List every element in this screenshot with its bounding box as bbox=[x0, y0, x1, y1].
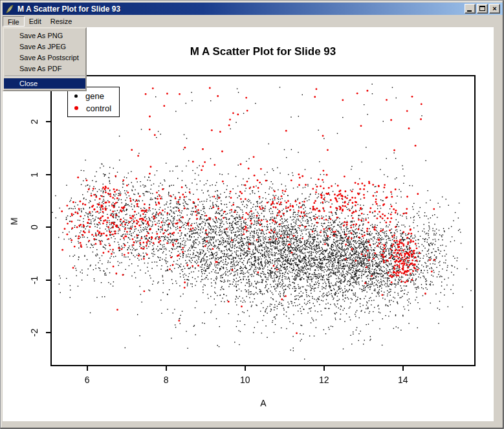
window-title: M A Scatter Plot for Slide 93 bbox=[17, 5, 120, 14]
y-axis-label: M bbox=[9, 217, 19, 225]
menu-item-save-as-pdf[interactable]: Save As PDF bbox=[4, 63, 85, 74]
app-window: M A Scatter Plot for Slide 93 × File Edi… bbox=[0, 0, 504, 429]
legend-label-control: control bbox=[86, 104, 111, 113]
legend-entry-gene: gene bbox=[74, 91, 119, 101]
menu-resize[interactable]: Resize bbox=[46, 16, 77, 27]
y-tick-label: 0 bbox=[28, 221, 40, 233]
x-tick-label: 12 bbox=[311, 375, 337, 385]
chart-legend: gene control bbox=[67, 87, 120, 117]
menu-item-save-as-png[interactable]: Save As PNG bbox=[4, 30, 85, 41]
y-tick-mark bbox=[46, 332, 50, 333]
x-tick-mark bbox=[245, 366, 246, 371]
menu-file[interactable]: File bbox=[3, 16, 25, 27]
legend-entry-control: control bbox=[74, 103, 119, 113]
x-tick-mark bbox=[402, 366, 404, 371]
x-tick-label: 10 bbox=[232, 375, 258, 385]
close-icon: × bbox=[490, 5, 499, 13]
x-tick-label: 14 bbox=[390, 375, 416, 385]
close-button[interactable]: × bbox=[489, 4, 500, 14]
maximize-icon bbox=[479, 6, 485, 11]
y-tick-label: 1 bbox=[28, 169, 40, 181]
chart-title: M A Scatter Plot for Slide 93 bbox=[50, 45, 476, 58]
menu-item-close[interactable]: Close bbox=[4, 78, 85, 89]
y-tick-label: -1 bbox=[28, 274, 40, 286]
minimize-icon bbox=[467, 10, 472, 12]
x-axis-label: A bbox=[257, 398, 269, 408]
y-tick-mark bbox=[46, 226, 50, 228]
x-tick-label: 6 bbox=[74, 375, 100, 385]
x-tick-mark bbox=[166, 366, 167, 371]
y-tick-mark bbox=[46, 280, 50, 281]
x-tick-mark bbox=[87, 366, 88, 371]
legend-label-gene: gene bbox=[85, 91, 104, 101]
menu-bar: File Edit Resize bbox=[3, 16, 503, 27]
menu-separator bbox=[5, 76, 85, 77]
y-tick-label: 2 bbox=[28, 116, 40, 127]
x-tick-mark bbox=[323, 366, 325, 371]
y-tick-label: -2 bbox=[28, 327, 40, 338]
maximize-button[interactable] bbox=[477, 4, 488, 14]
y-tick-mark bbox=[46, 174, 50, 175]
control-dot-icon bbox=[74, 106, 78, 110]
menu-item-save-as-postscript[interactable]: Save As Postscript bbox=[4, 52, 85, 63]
file-menu-dropdown: Save As PNG Save As JPEG Save As Postscr… bbox=[3, 27, 87, 91]
menu-item-save-as-jpeg[interactable]: Save As JPEG bbox=[4, 41, 85, 52]
title-bar[interactable]: M A Scatter Plot for Slide 93 × bbox=[3, 3, 503, 15]
gene-dot-icon bbox=[74, 94, 78, 98]
menu-edit[interactable]: Edit bbox=[25, 16, 46, 27]
plot-frame bbox=[50, 75, 476, 366]
feather-app-icon bbox=[5, 5, 15, 14]
y-tick-mark bbox=[46, 121, 50, 122]
minimize-button[interactable] bbox=[465, 4, 476, 14]
x-tick-label: 8 bbox=[153, 375, 179, 385]
